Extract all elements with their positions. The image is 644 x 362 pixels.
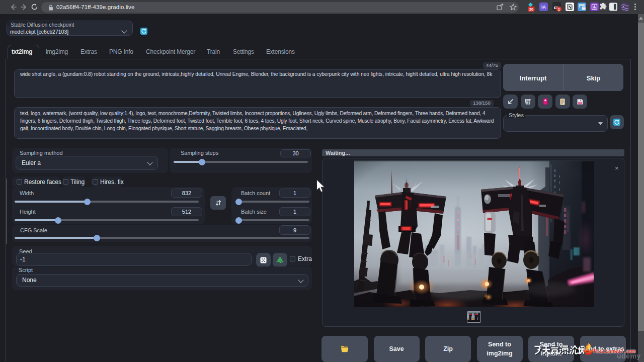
svg-text:20: 20 (529, 7, 533, 12)
svg-text:IA: IA (541, 5, 546, 10)
svg-text:N: N (568, 5, 572, 10)
svg-text:1: 1 (558, 8, 560, 11)
